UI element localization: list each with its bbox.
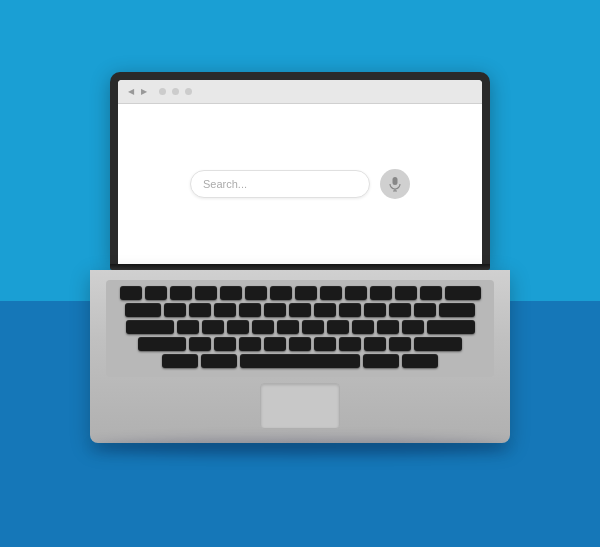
keyboard-row-5: [110, 354, 490, 368]
key[interactable]: [339, 337, 361, 351]
key[interactable]: [402, 320, 424, 334]
key-enter[interactable]: [439, 303, 475, 317]
mic-button[interactable]: [380, 169, 410, 199]
key[interactable]: [364, 303, 386, 317]
key-shift-r[interactable]: [414, 337, 462, 351]
scene: ◀ ▶ Search...: [0, 0, 600, 547]
key-caps[interactable]: [126, 320, 174, 334]
key[interactable]: [389, 337, 411, 351]
browser-content-area: Search...: [118, 104, 482, 264]
browser-tab-indicator: [159, 88, 166, 95]
key[interactable]: [227, 320, 249, 334]
svg-rect-0: [393, 177, 398, 185]
laptop-shadow: [90, 439, 510, 455]
search-bar[interactable]: Search...: [190, 170, 370, 198]
key[interactable]: [314, 337, 336, 351]
key[interactable]: [220, 286, 242, 300]
keyboard-row-2: [110, 303, 490, 317]
key[interactable]: [289, 303, 311, 317]
key[interactable]: [352, 320, 374, 334]
key[interactable]: [189, 303, 211, 317]
key-ctrl-r[interactable]: [402, 354, 438, 368]
key[interactable]: [264, 303, 286, 317]
key-shift-l[interactable]: [138, 337, 186, 351]
key[interactable]: [289, 337, 311, 351]
key[interactable]: [177, 320, 199, 334]
key[interactable]: [302, 320, 324, 334]
laptop: ◀ ▶ Search...: [90, 72, 510, 455]
key[interactable]: [264, 337, 286, 351]
mic-icon: [389, 176, 401, 192]
touchpad-area: [106, 383, 494, 429]
key[interactable]: [245, 286, 267, 300]
key[interactable]: [370, 286, 392, 300]
key[interactable]: [239, 303, 261, 317]
key[interactable]: [320, 286, 342, 300]
key[interactable]: [395, 286, 417, 300]
key[interactable]: [327, 320, 349, 334]
key[interactable]: [120, 286, 142, 300]
key[interactable]: [420, 286, 442, 300]
key-backspace[interactable]: [445, 286, 481, 300]
key-spacebar[interactable]: [240, 354, 360, 368]
key[interactable]: [145, 286, 167, 300]
key[interactable]: [389, 303, 411, 317]
key-alt-r[interactable]: [363, 354, 399, 368]
laptop-screen-outer: ◀ ▶ Search...: [110, 72, 490, 264]
key[interactable]: [189, 337, 211, 351]
browser-chrome-bar: ◀ ▶: [118, 80, 482, 104]
key[interactable]: [377, 320, 399, 334]
keyboard: [106, 280, 494, 377]
key[interactable]: [314, 303, 336, 317]
browser-tab-indicator-2: [172, 88, 179, 95]
key[interactable]: [277, 320, 299, 334]
key-tab[interactable]: [125, 303, 161, 317]
back-arrow-icon[interactable]: ◀: [126, 87, 136, 97]
key[interactable]: [195, 286, 217, 300]
key[interactable]: [214, 303, 236, 317]
key[interactable]: [164, 303, 186, 317]
keyboard-row-3: [110, 320, 490, 334]
search-placeholder-text: Search...: [203, 178, 357, 190]
key[interactable]: [339, 303, 361, 317]
key-enter-2[interactable]: [427, 320, 475, 334]
forward-arrow-icon[interactable]: ▶: [139, 87, 149, 97]
key[interactable]: [239, 337, 261, 351]
key[interactable]: [270, 286, 292, 300]
laptop-screen-inner: ◀ ▶ Search...: [118, 80, 482, 264]
key[interactable]: [364, 337, 386, 351]
key[interactable]: [214, 337, 236, 351]
browser-nav: ◀ ▶: [126, 87, 149, 97]
key-alt[interactable]: [201, 354, 237, 368]
key-ctrl[interactable]: [162, 354, 198, 368]
keyboard-row-1: [110, 286, 490, 300]
key[interactable]: [170, 286, 192, 300]
key[interactable]: [414, 303, 436, 317]
key[interactable]: [295, 286, 317, 300]
key[interactable]: [202, 320, 224, 334]
laptop-base: [90, 270, 510, 443]
key[interactable]: [345, 286, 367, 300]
touchpad[interactable]: [260, 383, 340, 429]
key[interactable]: [252, 320, 274, 334]
browser-tab-indicator-3: [185, 88, 192, 95]
keyboard-row-4: [110, 337, 490, 351]
